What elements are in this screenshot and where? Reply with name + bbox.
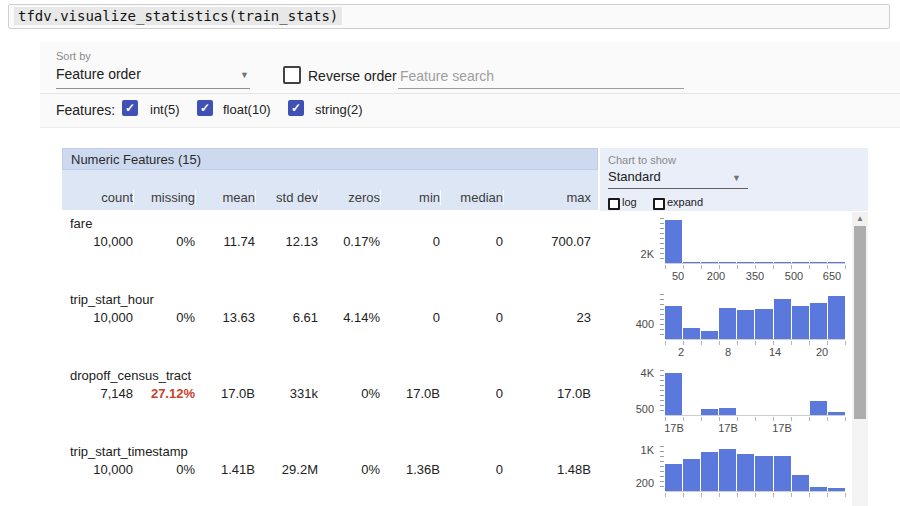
expand-label[interactable]: expand	[667, 196, 703, 208]
histogram-bar[interactable]	[828, 262, 845, 263]
x-tick-label: 17B	[656, 423, 692, 434]
histogram-bar[interactable]	[737, 262, 754, 263]
x-tick-label: 8	[710, 347, 746, 358]
histogram-plot	[665, 446, 845, 492]
histogram-bar[interactable]	[828, 412, 845, 415]
chart-type-dropdown[interactable]: Standard	[608, 169, 661, 184]
y-tick-label: 4K	[641, 368, 654, 379]
histogram-bar[interactable]	[755, 262, 772, 263]
string-type-checkbox[interactable]: ✓	[288, 100, 304, 116]
float-type-label[interactable]: float(10)	[223, 102, 271, 117]
y-axis-labels: 400	[610, 294, 656, 339]
histogram-bar[interactable]	[701, 452, 718, 491]
histogram-bar[interactable]	[665, 306, 682, 339]
histogram-bar[interactable]	[719, 449, 736, 491]
cell-mean: 1.41B	[195, 462, 255, 477]
histogram-bar[interactable]	[810, 401, 827, 415]
histogram-bar[interactable]	[719, 262, 736, 263]
histogram-bar[interactable]	[828, 296, 845, 339]
cell-count: 10,000	[62, 310, 133, 325]
histogram-bar[interactable]	[737, 310, 754, 339]
dropdown-arrow-icon[interactable]: ▼	[240, 70, 249, 80]
histogram-bar[interactable]	[665, 220, 682, 263]
sort-by-dropdown[interactable]: Feature order	[56, 66, 141, 82]
histogram-bar[interactable]	[665, 373, 682, 415]
log-label[interactable]: log	[622, 196, 637, 208]
histogram-bar[interactable]	[774, 456, 791, 491]
histogram-bar[interactable]	[701, 262, 718, 263]
histogram-bar[interactable]	[810, 303, 827, 339]
histogram-bar[interactable]	[755, 309, 772, 339]
histogram-bar[interactable]	[701, 409, 718, 415]
cell-missing: 0%	[133, 462, 195, 477]
cell-max: 17.0B	[503, 386, 591, 401]
numeric-features-table-head: Numeric Features (15) count missing mean…	[62, 148, 598, 210]
y-axis-ruler	[660, 218, 664, 263]
cell-zeros: 0%	[318, 386, 380, 401]
histogram-bar[interactable]	[810, 487, 827, 491]
cell-min: 17.0B	[380, 386, 440, 401]
histogram-bar[interactable]	[719, 308, 736, 339]
cell-stddev: 6.61	[255, 310, 318, 325]
chart-type-underline	[608, 188, 748, 189]
controls-divider	[40, 93, 900, 94]
histogram-bar[interactable]	[683, 328, 700, 339]
x-axis-labels	[665, 499, 845, 506]
x-axis-ticks	[665, 493, 846, 497]
log-checkbox[interactable]	[608, 198, 620, 210]
histogram-bar[interactable]	[774, 262, 791, 263]
histogram-bar[interactable]	[792, 262, 809, 263]
float-type-checkbox[interactable]: ✓	[197, 100, 213, 116]
y-axis-labels: 1K200	[610, 446, 656, 491]
cell-count: 10,000	[62, 234, 133, 249]
histogram-bar[interactable]	[683, 262, 700, 263]
reverse-order-label[interactable]: Reverse order	[308, 68, 397, 84]
column-header-count: count	[62, 190, 133, 205]
cell-min: 0	[380, 234, 440, 249]
y-axis-ruler	[660, 446, 664, 491]
scroll-up-arrow-icon[interactable]: ▲	[852, 212, 868, 226]
scrollbar-thumb[interactable]	[854, 226, 866, 419]
y-axis-ruler	[660, 370, 664, 415]
histogram-bar[interactable]	[737, 454, 754, 491]
vertical-scrollbar[interactable]: ▲	[852, 212, 868, 506]
string-type-label[interactable]: string(2)	[315, 102, 363, 117]
feature-search-input[interactable]	[398, 64, 684, 89]
histogram-bar[interactable]	[665, 464, 682, 491]
histogram-bar[interactable]	[701, 331, 718, 339]
x-axis-ticks	[665, 417, 846, 421]
column-header-stddev: std dev	[255, 190, 318, 205]
histogram-bar[interactable]	[792, 306, 809, 339]
int-type-label[interactable]: int(5)	[150, 102, 180, 117]
sort-by-underline	[56, 88, 250, 89]
histogram-bar[interactable]	[683, 459, 700, 491]
x-axis-labels: 281420	[665, 347, 845, 359]
histogram-bar[interactable]	[810, 262, 827, 263]
y-axis-labels: 4K500	[610, 370, 656, 415]
y-tick-label: 500	[636, 404, 654, 415]
expand-checkbox[interactable]	[653, 198, 665, 210]
cell-max: 1.48B	[503, 462, 591, 477]
cell-zeros: 0.17%	[318, 234, 380, 249]
chart-panel-header: Chart to show Standard ▼ log expand	[600, 148, 868, 211]
cell-mean: 13.63	[195, 310, 255, 325]
histogram-bar[interactable]	[719, 408, 736, 415]
histogram-plot	[665, 370, 845, 416]
table-row: trip_start_timestamp 10,000 0% 1.41B 29.…	[62, 440, 598, 506]
cell-max: 23	[503, 310, 591, 325]
column-header-missing: missing	[133, 190, 195, 205]
reverse-order-checkbox[interactable]	[283, 66, 301, 84]
code-text[interactable]: tfdv.visualize_statistics(train_stats)	[14, 7, 342, 25]
histogram-bar[interactable]	[792, 475, 809, 491]
features-label: Features:	[56, 102, 115, 118]
column-header-max: max	[503, 190, 591, 205]
int-type-checkbox[interactable]: ✓	[122, 100, 138, 116]
dropdown-arrow-icon[interactable]: ▼	[732, 173, 741, 183]
x-tick-label: 200	[698, 271, 734, 282]
table-title: Numeric Features (15)	[62, 148, 598, 170]
histogram-bar[interactable]	[828, 488, 845, 491]
cell-max: 700.07	[503, 234, 591, 249]
histogram-bar[interactable]	[755, 456, 772, 491]
histogram-bar[interactable]	[774, 299, 791, 339]
notebook-code-cell[interactable]: tfdv.visualize_statistics(train_stats)	[8, 4, 890, 29]
